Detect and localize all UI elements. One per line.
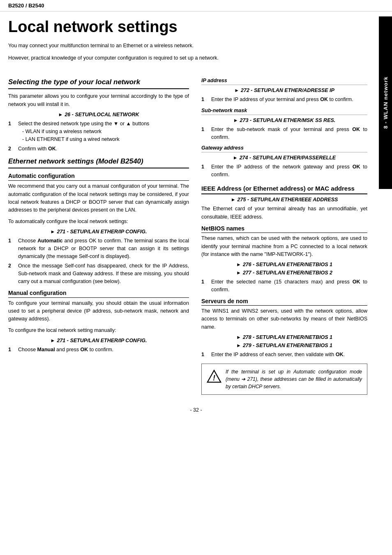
right-column: IP address ► 272 - SETUP/LAN ETHER/ADRES…: [197, 74, 384, 395]
manual-config-body1: To configure your terminal manually, you…: [8, 299, 189, 323]
arrow-icon10: ►: [236, 334, 241, 340]
sub-mask-steps: 1 Enter the sub-network mask of your ter…: [201, 126, 367, 141]
arrow-icon1: ►: [58, 112, 63, 117]
ip-address-label: IP address: [201, 78, 367, 83]
section1-divider: [8, 88, 189, 89]
section2-divider: [8, 168, 189, 168]
arrow-icon3: ►: [51, 338, 55, 343]
section-gateway-address: Gateway address ► 274 - SETUP/LAN ETHER/…: [201, 145, 367, 179]
arrow-icon9: ►: [236, 270, 241, 276]
arrow-icon7: ►: [231, 197, 236, 203]
list-item: 2 Confirm with OK.: [8, 145, 189, 153]
side-tab: 8 - WLAN network: [379, 16, 392, 189]
sub-mask-label: Sub-network mask: [201, 108, 367, 113]
serveurs-body: The WINS1 and WINS2 servers, used with t…: [201, 307, 367, 331]
ieee-heading: IEEE Address (or Ethernet address) or MA…: [201, 184, 367, 195]
sub-mask-menu-ref: ► 273 - SETUP/LAN ETHER/MSK SS RES.: [201, 117, 367, 123]
section-ieee-address: IEEE Address (or Ethernet address) or MA…: [201, 184, 367, 221]
gateway-divider: [201, 152, 367, 152]
warning-box: ! If the terminal is set up in Automatic…: [201, 364, 367, 395]
subsection-manual-config: Manual configuration To configure your t…: [8, 290, 189, 354]
list-item: 1 Select the desired network type using …: [8, 120, 189, 143]
serveurs-steps: 1 Enter the IP address of each server, t…: [201, 351, 367, 359]
top-header: B2520 / B2540: [0, 0, 392, 12]
gateway-steps: 1 Enter the IP address of the network ga…: [201, 163, 367, 179]
netbios-body: These names, which can be used with the …: [201, 235, 367, 258]
left-column: Selecting the type of your local network…: [8, 74, 197, 395]
netbios-steps: 1 Enter the selected name (15 characters…: [201, 278, 367, 294]
auto-config-body1: We recommend that you carry out a manual…: [8, 182, 189, 214]
subsection-auto-config: Automatic configuration We recommend tha…: [8, 173, 189, 285]
netbios-menu-ref2: ► 277 - SETUP/LAN ETHER/NETBIOS 2: [201, 270, 367, 276]
manual-config-body2: To configure the local network setting m…: [8, 327, 189, 334]
auto-config-steps: 1 Choose Automatic and press OK to confi…: [8, 237, 189, 286]
section-sub-network-mask: Sub-network mask ► 273 - SETUP/LAN ETHER…: [201, 108, 367, 141]
netbios-heading: NetBIOS names: [201, 225, 367, 233]
arrow-icon2: ►: [51, 229, 55, 235]
ieee-menu-ref: ► 275 - SETUP/LAN ETHER/IEEE ADDRESS: [201, 197, 367, 203]
section-selecting-type: Selecting the type of your local network…: [8, 78, 189, 153]
serveurs-menu-ref2: ► 279 - SETUP/LAN ETHER/NETBIOS 1: [201, 343, 367, 348]
arrow-icon5: ►: [233, 117, 238, 123]
netbios-menu-ref1: ► 276 - SETUP/LAN ETHER/NETBIOS 1: [201, 262, 367, 267]
ip-steps: 1 Enter the IP address of your terminal …: [201, 96, 367, 104]
serveurs-heading: Serveurs de nom: [201, 298, 367, 306]
section2-heading: Ethernet network settings (Model B2540): [8, 157, 189, 166]
list-item: 1 Enter the sub-network mask of your ter…: [201, 126, 367, 141]
auto-config-heading: Automatic configuration: [8, 173, 189, 181]
section-ethernet: Ethernet network settings (Model B2540) …: [8, 157, 189, 354]
gateway-menu-ref: ► 274 - SETUP/LAN ETHER/PASSERELLE: [201, 155, 367, 161]
section1-heading: Selecting the type of your local network: [8, 78, 189, 87]
list-item: 1 Enter the IP address of your terminal …: [201, 96, 367, 104]
list-item: 1 Choose Manual and press OK to confirm.: [8, 346, 189, 354]
manual-config-menu-ref: ► 271 - SETUP/LAN ETHER/IP CONFIG.: [8, 338, 189, 343]
gateway-label: Gateway address: [201, 145, 367, 151]
list-item: 1 Enter the IP address of each server, t…: [201, 351, 367, 359]
header-title: B2520 / B2540: [8, 2, 44, 9]
manual-config-steps: 1 Choose Manual and press OK to confirm.: [8, 346, 189, 354]
auto-config-menu-ref: ► 271 - SETUP/LAN ETHER/IP CONFIG.: [8, 229, 189, 235]
svg-text:!: !: [213, 374, 215, 382]
section-netbios: NetBIOS names These names, which can be …: [201, 225, 367, 294]
side-tab-label: 8 - WLAN network: [383, 76, 389, 129]
section1-body: This parameter allows you to configure y…: [8, 92, 189, 108]
main-content: Selecting the type of your local network…: [0, 69, 392, 403]
page-number: - 32 -: [0, 403, 392, 415]
section-ip-address: IP address ► 272 - SETUP/LAN ETHER/ADRES…: [201, 78, 367, 104]
arrow-icon4: ►: [234, 88, 239, 93]
intro-line2: However, practical knowledge of your com…: [8, 54, 384, 62]
page-title-area: Local network settings You may connect y…: [0, 12, 392, 69]
list-item: 2 Once the message Self-conf has disappe…: [8, 262, 189, 285]
section1-steps: 1 Select the desired network type using …: [8, 120, 189, 153]
list-item: 1 Choose Automatic and press OK to confi…: [8, 237, 189, 260]
serveurs-menu-ref1: ► 278 - SETUP/LAN ETHER/NETBIOS 1: [201, 334, 367, 340]
arrow-icon8: ►: [236, 262, 241, 267]
intro-line1: You may connect your multifunction termi…: [8, 42, 384, 50]
ieee-body: The Ethernet card of your terminal alrea…: [201, 205, 367, 221]
manual-config-heading: Manual configuration: [8, 290, 189, 298]
section1-menu-ref: ► 26 - SETUP/LOCAL NETWORK: [8, 112, 189, 117]
page-container: B2520 / B2540 8 - WLAN network Local net…: [0, 0, 392, 555]
sub-item-lan: - LAN ETHERNET if using a wired network: [22, 136, 189, 143]
auto-config-body2: To automatically configure the local net…: [8, 218, 189, 226]
ip-address-divider: [201, 85, 367, 85]
arrow-icon6: ►: [233, 155, 238, 161]
page-title: Local network settings: [8, 18, 384, 36]
sub-item-wlan: - WLAN if using a wireless network: [22, 128, 189, 136]
arrow-icon11: ►: [236, 343, 241, 348]
sub-mask-divider: [201, 115, 367, 115]
list-item: 1 Enter the IP address of the network ga…: [201, 163, 367, 179]
list-item: 1 Enter the selected name (15 characters…: [201, 278, 367, 294]
section-serveurs-de-nom: Serveurs de nom The WINS1 and WINS2 serv…: [201, 298, 367, 395]
warning-icon: !: [207, 369, 221, 384]
ip-menu-ref: ► 272 - SETUP/LAN ETHER/ADRESSE IP: [201, 88, 367, 93]
warning-text: If the terminal is set up in Automatic c…: [226, 368, 362, 390]
